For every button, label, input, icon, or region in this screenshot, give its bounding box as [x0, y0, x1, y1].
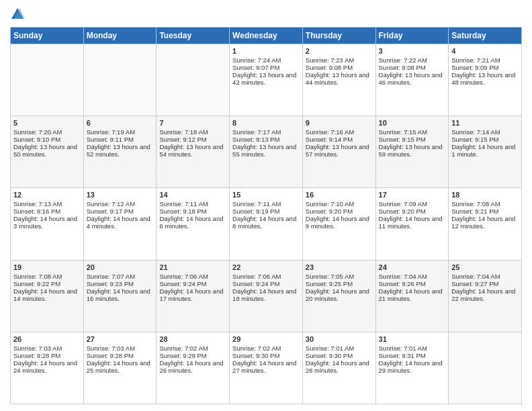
day-cell: 19Sunrise: 7:08 AMSunset: 9:22 PMDayligh… — [11, 260, 84, 332]
sunset-text: Sunset: 9:21 PM — [451, 208, 519, 215]
day-number: 16 — [306, 191, 373, 199]
day-cell: 2Sunrise: 7:23 AMSunset: 9:08 PMDaylight… — [302, 44, 375, 116]
sunrise-text: Sunrise: 7:08 AM — [13, 273, 81, 280]
sunrise-text: Sunrise: 7:10 AM — [306, 200, 373, 208]
week-row: 1Sunrise: 7:24 AMSunset: 9:07 PMDaylight… — [11, 44, 522, 116]
day-number: 30 — [306, 335, 373, 343]
day-of-week-row: SundayMondayTuesdayWednesdayThursdayFrid… — [11, 28, 522, 44]
sunset-text: Sunset: 9:24 PM — [159, 280, 226, 287]
sunset-text: Sunset: 9:13 PM — [232, 136, 300, 143]
day-number: 13 — [87, 191, 154, 199]
day-cell: 17Sunrise: 7:09 AMSunset: 9:20 PMDayligh… — [375, 188, 449, 260]
day-number: 23 — [306, 263, 373, 271]
sunrise-text: Sunrise: 7:01 AM — [379, 345, 446, 352]
day-cell: 5Sunrise: 7:20 AMSunset: 9:10 PMDaylight… — [11, 116, 84, 188]
daylight-text: Daylight: 14 hours and 17 minutes. — [159, 287, 226, 302]
daylight-text: Daylight: 14 hours and 16 minutes. — [87, 287, 154, 302]
sunset-text: Sunset: 9:15 PM — [451, 136, 519, 143]
week-row: 5Sunrise: 7:20 AMSunset: 9:10 PMDaylight… — [11, 116, 522, 188]
sunrise-text: Sunrise: 7:23 AM — [306, 56, 373, 64]
sunset-text: Sunset: 9:28 PM — [13, 352, 81, 359]
header — [10, 7, 522, 21]
day-cell: 15Sunrise: 7:11 AMSunset: 9:19 PMDayligh… — [230, 188, 303, 260]
day-cell: 4Sunrise: 7:21 AMSunset: 9:09 PMDaylight… — [449, 44, 522, 116]
sunrise-text: Sunrise: 7:13 AM — [13, 200, 81, 208]
daylight-text: Daylight: 14 hours and 22 minutes. — [451, 287, 519, 302]
sunrise-text: Sunrise: 7:12 AM — [87, 200, 154, 208]
day-cell: 27Sunrise: 7:03 AMSunset: 9:28 PMDayligh… — [83, 332, 157, 404]
sunset-text: Sunset: 9:17 PM — [87, 208, 154, 215]
daylight-text: Daylight: 14 hours and 4 minutes. — [87, 215, 154, 230]
calendar-table: SundayMondayTuesdayWednesdayThursdayFrid… — [10, 27, 522, 404]
sunrise-text: Sunrise: 7:11 AM — [159, 200, 226, 208]
daylight-text: Daylight: 14 hours and 6 minutes. — [159, 215, 226, 230]
sunset-text: Sunset: 9:19 PM — [232, 208, 300, 215]
sunset-text: Sunset: 9:09 PM — [451, 64, 519, 71]
sunrise-text: Sunrise: 7:09 AM — [379, 200, 446, 208]
sunset-text: Sunset: 9:25 PM — [306, 280, 373, 287]
daylight-text: Daylight: 14 hours and 8 minutes. — [232, 215, 300, 230]
day-cell: 26Sunrise: 7:03 AMSunset: 9:28 PMDayligh… — [11, 332, 84, 404]
sunrise-text: Sunrise: 7:17 AM — [232, 128, 300, 136]
day-cell — [449, 332, 522, 404]
day-number: 3 — [379, 47, 446, 55]
daylight-text: Daylight: 14 hours and 9 minutes. — [306, 215, 373, 230]
sunrise-text: Sunrise: 7:15 AM — [379, 128, 446, 136]
day-cell: 1Sunrise: 7:24 AMSunset: 9:07 PMDaylight… — [230, 44, 303, 116]
sunset-text: Sunset: 9:24 PM — [232, 280, 300, 287]
sunset-text: Sunset: 9:20 PM — [379, 208, 446, 215]
dow-header: Wednesday — [230, 28, 303, 44]
day-cell: 13Sunrise: 7:12 AMSunset: 9:17 PMDayligh… — [83, 188, 157, 260]
dow-header: Sunday — [11, 28, 84, 44]
sunset-text: Sunset: 9:16 PM — [13, 208, 81, 215]
sunrise-text: Sunrise: 7:06 AM — [232, 273, 300, 280]
day-number: 26 — [13, 335, 81, 343]
sunrise-text: Sunrise: 7:19 AM — [87, 128, 154, 136]
daylight-text: Daylight: 13 hours and 52 minutes. — [87, 143, 154, 158]
day-cell: 24Sunrise: 7:04 AMSunset: 9:26 PMDayligh… — [375, 260, 449, 332]
day-number: 15 — [232, 191, 300, 199]
day-cell: 22Sunrise: 7:06 AMSunset: 9:24 PMDayligh… — [230, 260, 303, 332]
day-cell: 10Sunrise: 7:15 AMSunset: 9:15 PMDayligh… — [375, 116, 449, 188]
day-number: 12 — [13, 191, 81, 199]
day-cell: 3Sunrise: 7:22 AMSunset: 9:08 PMDaylight… — [375, 44, 449, 116]
daylight-text: Daylight: 13 hours and 55 minutes. — [232, 143, 300, 158]
day-cell: 12Sunrise: 7:13 AMSunset: 9:16 PMDayligh… — [11, 188, 84, 260]
sunrise-text: Sunrise: 7:03 AM — [87, 345, 154, 352]
sunrise-text: Sunrise: 7:18 AM — [159, 128, 226, 136]
sunrise-text: Sunrise: 7:01 AM — [306, 345, 373, 352]
day-number: 6 — [87, 119, 154, 127]
day-cell: 9Sunrise: 7:16 AMSunset: 9:14 PMDaylight… — [302, 116, 375, 188]
daylight-text: Daylight: 14 hours and 27 minutes. — [232, 359, 300, 374]
sunset-text: Sunset: 9:15 PM — [379, 136, 446, 143]
daylight-text: Daylight: 13 hours and 42 minutes. — [232, 71, 300, 86]
dow-header: Tuesday — [157, 28, 230, 44]
dow-header: Thursday — [302, 28, 375, 44]
dow-header: Saturday — [449, 28, 522, 44]
day-cell: 30Sunrise: 7:01 AMSunset: 9:30 PMDayligh… — [302, 332, 375, 404]
day-number: 10 — [379, 119, 446, 127]
day-number: 17 — [379, 191, 446, 199]
sunset-text: Sunset: 9:27 PM — [451, 280, 519, 287]
daylight-text: Daylight: 14 hours and 28 minutes. — [306, 359, 373, 374]
day-number: 5 — [13, 119, 81, 127]
day-number: 4 — [451, 47, 519, 55]
sunset-text: Sunset: 9:29 PM — [159, 352, 226, 359]
day-number: 9 — [306, 119, 373, 127]
sunset-text: Sunset: 9:11 PM — [87, 136, 154, 143]
day-number: 18 — [451, 191, 519, 199]
daylight-text: Daylight: 14 hours and 12 minutes. — [451, 215, 519, 230]
sunset-text: Sunset: 9:08 PM — [379, 64, 446, 71]
day-cell — [83, 44, 157, 116]
sunset-text: Sunset: 9:22 PM — [13, 280, 81, 287]
week-row: 19Sunrise: 7:08 AMSunset: 9:22 PMDayligh… — [11, 260, 522, 332]
sunrise-text: Sunrise: 7:02 AM — [232, 345, 300, 352]
day-number: 20 — [87, 263, 154, 271]
day-cell: 20Sunrise: 7:07 AMSunset: 9:23 PMDayligh… — [83, 260, 157, 332]
day-number: 14 — [159, 191, 226, 199]
sunrise-text: Sunrise: 7:03 AM — [13, 345, 81, 352]
sunrise-text: Sunrise: 7:21 AM — [451, 56, 519, 64]
sunset-text: Sunset: 9:07 PM — [232, 64, 300, 71]
sunrise-text: Sunrise: 7:05 AM — [306, 273, 373, 280]
daylight-text: Daylight: 13 hours and 59 minutes. — [379, 143, 446, 158]
